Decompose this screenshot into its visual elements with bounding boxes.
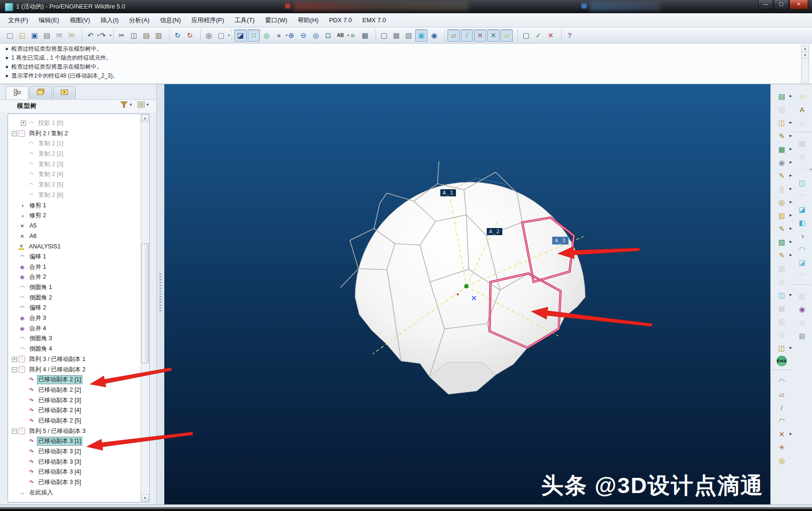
tree-item-已移动副本-2-4-[interactable]: ↷已移动副本 2 [4] [8, 405, 141, 416]
offset-tool-icon[interactable]: ◠ [796, 270, 808, 281]
cut-icon[interactable]: ✂ [116, 30, 127, 41]
scroll-up-icon[interactable]: ▲ [141, 115, 149, 122]
bushing-tool-icon[interactable]: ▥▶ [776, 210, 787, 221]
tree-item-已移动副本-3-4-[interactable]: ↷已移动副本 3 [4] [8, 467, 141, 477]
datum-graph-icon[interactable]: ∷ [248, 29, 260, 42]
menu-item-视图v[interactable]: 视图(V) [64, 13, 95, 27]
menu-item-emx70[interactable]: EMX 7.0 [357, 13, 391, 27]
plane-display-icon[interactable]: ▱ [447, 29, 460, 42]
wireframe-icon[interactable]: ▢ [378, 30, 390, 41]
tab-favorites[interactable]: ✳ [53, 86, 76, 99]
scroll-down-icon[interactable]: ▼ [802, 52, 809, 59]
new-file-icon[interactable]: ▢ [4, 30, 16, 41]
tree-item-修剪-1[interactable]: ◑修剪 1 [8, 200, 141, 211]
context-help-icon[interactable]: ? [564, 30, 575, 41]
select-box-icon[interactable]: ▢▾ [215, 30, 227, 41]
menu-item-插入i[interactable]: 插入(I) [95, 13, 124, 27]
find-icon[interactable]: ◎ [203, 30, 214, 41]
tree-item-复制-2-4-[interactable]: ◠复制 2 [4] [8, 169, 141, 180]
shaded-icon[interactable]: ▣ [415, 29, 428, 42]
tree-item-在此插入[interactable]: →在此插入 [8, 487, 141, 498]
scrollbar-thumb[interactable] [142, 243, 149, 363]
tree-settings-button[interactable]: ▼ [137, 101, 150, 108]
datum-plane-tool-icon[interactable]: ▱ [796, 91, 808, 102]
tree-item-倒圆角-4[interactable]: ◠倒圆角 4 [8, 344, 141, 354]
sketch-curve-tool-icon[interactable]: ◠ [776, 376, 787, 387]
undo-icon[interactable]: ↶▾ [85, 30, 96, 41]
menu-item-分析a[interactable]: 分析(A) [124, 13, 155, 27]
tree-item-clipped[interactable]: ◠ [8, 114, 141, 118]
scroll-down-icon[interactable]: ▼ [141, 494, 149, 502]
axis-label-a3[interactable]: A_3 [553, 237, 568, 244]
axis-label-a2[interactable]: A_2 [487, 228, 502, 235]
menu-item-文件f[interactable]: 文件(F) [3, 13, 34, 27]
tree-item-A6[interactable]: ✕A6 [8, 231, 141, 241]
tree-item-修剪-2[interactable]: ◑修剪 2 [8, 211, 141, 221]
no-hidden-icon[interactable]: ▨ [403, 30, 414, 41]
layers-icon[interactable]: ≡ [347, 30, 358, 41]
tree-scrollbar[interactable]: ▲ ▼ [141, 115, 149, 502]
axis-label-a1[interactable]: A_1 [440, 189, 456, 196]
axis-display-icon[interactable]: / [461, 29, 473, 42]
spin-center-icon[interactable]: ◎ [261, 30, 272, 41]
tree-item-合并-1[interactable]: ◉合并 1 [8, 262, 141, 272]
workpiece-tool-icon[interactable]: ▤ [776, 104, 787, 115]
sketch-display-icon[interactable]: ◪ [234, 29, 247, 42]
silhouette-tool-icon[interactable]: ✎▶ [776, 131, 787, 141]
warp-tool-icon[interactable]: ◪ [796, 257, 808, 268]
revolve-tool-icon[interactable]: ◎ [796, 151, 808, 162]
mold-base-tool-icon[interactable]: ▦▶ [776, 144, 787, 155]
view-manager-icon[interactable]: ▦ [359, 30, 371, 41]
zoom-out-icon[interactable]: ⊖ [298, 30, 309, 41]
hidden-line-icon[interactable]: ▩ [391, 30, 402, 41]
tree-item-A5[interactable]: ✕A5 [8, 221, 141, 231]
split-tool-icon[interactable]: ▥ [796, 291, 808, 301]
sweep-tool-icon[interactable]: ◠▶ [796, 164, 808, 175]
save-file-icon[interactable]: ▣ [29, 30, 40, 41]
close-button[interactable]: ✕ [789, 0, 808, 9]
paste-special-icon[interactable]: ▥ [153, 30, 164, 41]
datum-axis-tool-icon[interactable]: / [776, 402, 787, 413]
datum-curve-tool-icon[interactable]: ◠ [776, 415, 787, 426]
tree-item-合并-4[interactable]: ◉合并 4 [8, 323, 141, 334]
emx-launcher-icon[interactable]: EMX [776, 356, 787, 366]
tree-item-倒圆角-3[interactable]: ◠倒圆角 3 [8, 334, 141, 344]
shaded-sphere-icon[interactable]: ●▾ [273, 30, 285, 41]
copy-icon[interactable]: ◫ [128, 30, 140, 41]
tree-item-已移动副本-3-1-[interactable]: ↷已移动副本 3 [1] [8, 436, 141, 447]
expand-icon[interactable]: + [12, 357, 17, 362]
reference-part-tool-icon[interactable]: ◫▶ [776, 117, 787, 128]
tree-item-合并-2[interactable]: ◉合并 2 [8, 272, 141, 282]
datum-point-tool-icon[interactable]: ✕▶ [776, 429, 787, 440]
saved-views-icon[interactable]: AB▾ [335, 30, 346, 41]
screw-tool-icon[interactable]: ◉▶ [776, 157, 787, 168]
database-tool-icon[interactable]: ◫▶ [776, 290, 787, 300]
reorient-icon[interactable]: ⊡ [322, 30, 334, 41]
trim-tool-icon[interactable]: ✎▶ [776, 223, 787, 234]
tree-item-已移动副本-3-2-[interactable]: ↷已移动副本 3 [2] [8, 447, 141, 457]
round-tool-icon[interactable]: ◠ [796, 191, 808, 202]
datum-planes-tool-icon[interactable]: ▱ [796, 117, 808, 128]
coordinate-system-tool-icon[interactable]: ✳ [776, 442, 787, 453]
tree-item-已移动副本-3-5-[interactable]: ↷已移动副本 3 [5] [8, 477, 141, 488]
tree-item-阵列-3-已移动副本-1[interactable]: +∷阵列 3 / 已移动副本 1 [8, 354, 141, 365]
boundary-blend-tool-icon[interactable]: ◫ [796, 177, 808, 188]
menu-item-pdx70[interactable]: PDX 7.0 [324, 13, 357, 27]
scroll-up-icon[interactable]: ▲ [802, 45, 809, 52]
measure-tool-icon[interactable]: ◫▶ [776, 343, 787, 353]
tree-item-复制-2-5-[interactable]: ◠复制 2 [5] [8, 180, 141, 190]
menu-item-工具t[interactable]: 工具(T) [229, 13, 260, 27]
message-scrollbar[interactable]: ▲ ▼ [801, 45, 809, 83]
point-display-icon[interactable]: ✕ [474, 29, 486, 42]
solidify-tool-icon[interactable]: ◧ [796, 217, 808, 228]
detail-tool-icon[interactable]: ✎▶ [776, 250, 787, 261]
tree-item-已移动副本-2-1-[interactable]: ↷已移动副本 2 [1] [8, 375, 141, 385]
zoom-fit-icon[interactable]: ◎ [310, 30, 321, 41]
tree-item-倒圆角-1[interactable]: ◠倒圆角 1 [8, 282, 141, 293]
inspect-tool-icon[interactable]: ◎ [776, 276, 787, 287]
engrave-tool-icon[interactable]: ✎▶ [776, 170, 787, 181]
tree-item-复制-2-6-[interactable]: ◠复制 2 [6] [8, 190, 141, 201]
tree-item-复制-2-2-[interactable]: ◠复制 2 [2] [8, 149, 141, 159]
tree-item-复制-2-3-[interactable]: ◠复制 2 [3] [8, 159, 141, 169]
tree-item-已移动副本-2-3-[interactable]: ↷已移动副本 2 [3] [8, 395, 141, 405]
